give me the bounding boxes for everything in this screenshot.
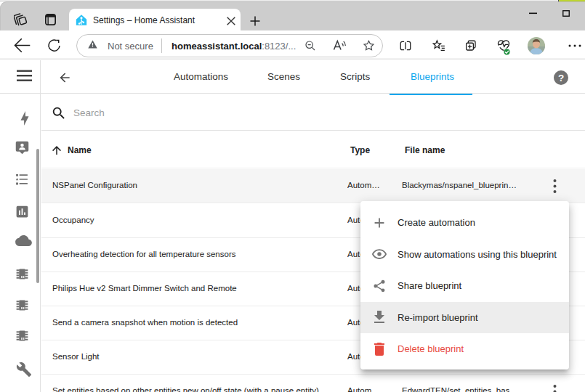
- svg-text:?: ?: [558, 73, 564, 83]
